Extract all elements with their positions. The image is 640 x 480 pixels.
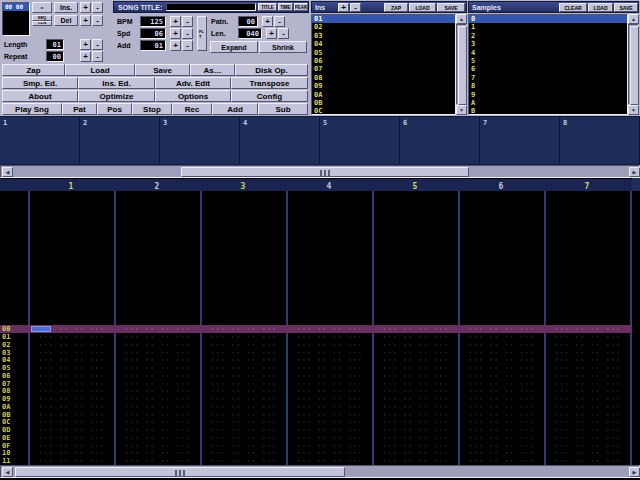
- menu-about-button[interactable]: About: [2, 90, 78, 102]
- pattern-cell[interactable]: ··· ·· ·· ···: [116, 356, 200, 364]
- pattern-cell[interactable]: ··· ·· ·· ···: [546, 403, 630, 411]
- pattern-cell[interactable]: ··· ·· ·· ···: [460, 403, 544, 411]
- pattern-cell[interactable]: ··· ·· ·· ···: [116, 364, 200, 372]
- pattern-cell[interactable]: ··· ·· ·· ···: [116, 411, 200, 419]
- pattern-cell[interactable]: ··· ·· ·· ···: [374, 434, 458, 442]
- pattern-cell[interactable]: ··· ·· ·· ···: [546, 411, 630, 419]
- channel-header-4[interactable]: 4: [286, 182, 372, 191]
- pattern-cell[interactable]: ··· ·· ·· ···: [202, 380, 286, 388]
- add-plus-button[interactable]: +: [170, 40, 181, 51]
- pattern-cell[interactable]: ··· ·· ·· ···: [30, 380, 114, 388]
- instrument-item-0C[interactable]: 0C: [312, 107, 455, 115]
- pattern-cell[interactable]: ··· ·· ·· ···: [30, 411, 114, 419]
- channel-header-3[interactable]: 3: [200, 182, 286, 191]
- pattern-cell[interactable]: ··· ·· ·· ···: [116, 349, 200, 357]
- pattern-cell[interactable]: ··· ·· ·· ···: [546, 426, 630, 434]
- instrument-plus-button[interactable]: +: [338, 3, 349, 12]
- sample-item-6[interactable]: 6: [469, 65, 627, 73]
- pattern-cell[interactable]: ··· ·· ·· ···: [374, 364, 458, 372]
- instrument-list[interactable]: 0102030405060708090A0B0C: [311, 14, 456, 115]
- order-clone-button[interactable]: CLN: [32, 21, 52, 27]
- sample-save-button[interactable]: SAVE: [614, 3, 638, 12]
- pattern-cell[interactable]: ··· ·· ·· ···: [288, 403, 372, 411]
- menu-config-button[interactable]: Config: [231, 90, 308, 102]
- pattern-cell[interactable]: ··· ·· ·· ···: [374, 395, 458, 403]
- repeat-minus-button[interactable]: -: [92, 51, 103, 62]
- sample-item-9[interactable]: 9: [469, 91, 627, 99]
- pattern-editor[interactable]: 00··· ·· ·· ······ ·· ·· ······ ·· ·· ··…: [0, 191, 640, 465]
- add-minus-button[interactable]: -: [182, 40, 193, 51]
- pattern-cell[interactable]: ··· ·· ·· ···: [116, 341, 200, 349]
- pattern-cell[interactable]: ··· ·· ·· ···: [202, 426, 286, 434]
- pattern-cell[interactable]: ··· ·· ·· ···: [288, 418, 372, 426]
- pattern-cell[interactable]: ··· ·· ·· ···: [460, 333, 544, 341]
- pattern-cell[interactable]: ··· ·· ·· ···: [288, 442, 372, 450]
- pattern-cell[interactable]: ··· ·· ·· ···: [202, 325, 286, 333]
- pattern-cell[interactable]: ··· ·· ·· ···: [30, 434, 114, 442]
- title-toggle-button[interactable]: TITLE: [258, 3, 277, 11]
- menu-pat-button[interactable]: Pat: [62, 103, 97, 115]
- pattern-cell[interactable]: ··· ·· ·· ···: [546, 449, 630, 457]
- order-row[interactable]: 00 00: [3, 3, 29, 11]
- sample-item-2[interactable]: 2: [469, 32, 627, 40]
- pattern-cell[interactable]: ··· ·· ·· ···: [116, 387, 200, 395]
- pattern-cell[interactable]: ··· ·· ·· ···: [288, 372, 372, 380]
- pattern-cell[interactable]: ··· ·· ·· ···: [374, 457, 458, 465]
- pattern-cell[interactable]: ··· ·· ·· ···: [374, 380, 458, 388]
- pattern-cell[interactable]: ··· ·· ·· ···: [202, 403, 286, 411]
- pattern-cell[interactable]: ··· ·· ·· ···: [288, 411, 372, 419]
- sample-item-B[interactable]: B: [469, 107, 627, 115]
- menu-pos-button[interactable]: Pos: [97, 103, 132, 115]
- pattern-cell[interactable]: ··· ·· ·· ···: [460, 349, 544, 357]
- instrument-scroll-thumb[interactable]: [458, 26, 467, 105]
- sample-scroll-thumb[interactable]: [630, 26, 639, 105]
- pattern-cell[interactable]: ··· ·· ·· ···: [460, 341, 544, 349]
- hscroll-thumb[interactable]: [181, 167, 469, 177]
- scope-channel-1[interactable]: 1: [0, 117, 80, 164]
- pattern-cell[interactable]: ··· ·· ·· ···: [374, 333, 458, 341]
- pattern-cell[interactable]: ··· ·· ·· ···: [288, 380, 372, 388]
- speed-plus-button[interactable]: +: [170, 28, 181, 39]
- peak-toggle-button[interactable]: PEAK: [294, 3, 308, 11]
- pattern-cell[interactable]: ··· ·· ·· ···: [30, 349, 114, 357]
- time-toggle-button[interactable]: TIME: [278, 3, 293, 11]
- pattern-cell[interactable]: ··· ·· ·· ···: [30, 403, 114, 411]
- pattern-cell[interactable]: ··· ·· ·· ···: [202, 434, 286, 442]
- pattern-cell[interactable]: ··· ·· ·· ···: [202, 356, 286, 364]
- pattern-cell[interactable]: ··· ·· ·· ···: [30, 449, 114, 457]
- instrument-scroll-down-button[interactable]: ▼: [456, 105, 467, 115]
- sample-item-8[interactable]: 8: [469, 82, 627, 90]
- pattern-cell[interactable]: ··· ·· ·· ···: [30, 333, 114, 341]
- pattern-cell[interactable]: ··· ·· ·· ···: [30, 364, 114, 372]
- pattern-cell[interactable]: ··· ·· ·· ···: [460, 411, 544, 419]
- order-menu-button[interactable]: =: [32, 2, 52, 13]
- sample-item-5[interactable]: 5: [469, 57, 627, 65]
- menu-optimize-button[interactable]: Optimize: [78, 90, 155, 102]
- pattern-cell[interactable]: ··· ·· ·· ···: [374, 411, 458, 419]
- pattern-minus-button[interactable]: -: [274, 16, 285, 27]
- pattern-cell[interactable]: ··· ·· ·· ···: [546, 395, 630, 403]
- menu-disk-op--button[interactable]: Disk Op.: [235, 64, 308, 76]
- shrink-button[interactable]: Shrink: [259, 41, 307, 53]
- pattern-cell[interactable]: ··· ·· ·· ···: [116, 333, 200, 341]
- pattern-cell[interactable]: ··· ·· ·· ···: [202, 457, 286, 465]
- pattern-cell[interactable]: ··· ·· ·· ···: [288, 341, 372, 349]
- order-delete-button[interactable]: Del: [54, 15, 78, 26]
- scope-channel-8[interactable]: 8: [560, 117, 640, 164]
- pattern-hscrollbar-top[interactable]: ◀ ▶: [0, 165, 640, 178]
- channel-header-1[interactable]: 1: [28, 182, 114, 191]
- pattern-cell[interactable]: ··· ·· ·· ···: [30, 418, 114, 426]
- pattern-cell[interactable]: ··· ·· ·· ···: [30, 341, 114, 349]
- menu-add-button[interactable]: Add: [212, 103, 258, 115]
- scope-channel-3[interactable]: 3: [160, 117, 240, 164]
- instrument-item-03[interactable]: 03: [312, 32, 455, 40]
- pattern-cell[interactable]: ··· ·· ·· ···: [374, 341, 458, 349]
- instrument-item-02[interactable]: 02: [312, 23, 455, 31]
- pattern-cell[interactable]: ··· ·· ·· ···: [30, 387, 114, 395]
- repeat-plus-button[interactable]: +: [80, 51, 91, 62]
- sample-item-0[interactable]: 0: [469, 15, 627, 23]
- pattern-cell[interactable]: ··· ·· ·· ···: [288, 449, 372, 457]
- menu-smp-ed--button[interactable]: Smp. Ed.: [2, 77, 78, 89]
- pattern-cell[interactable]: ··· ·· ·· ···: [546, 442, 630, 450]
- pattern-cell[interactable]: ··· ·· ·· ···: [30, 395, 114, 403]
